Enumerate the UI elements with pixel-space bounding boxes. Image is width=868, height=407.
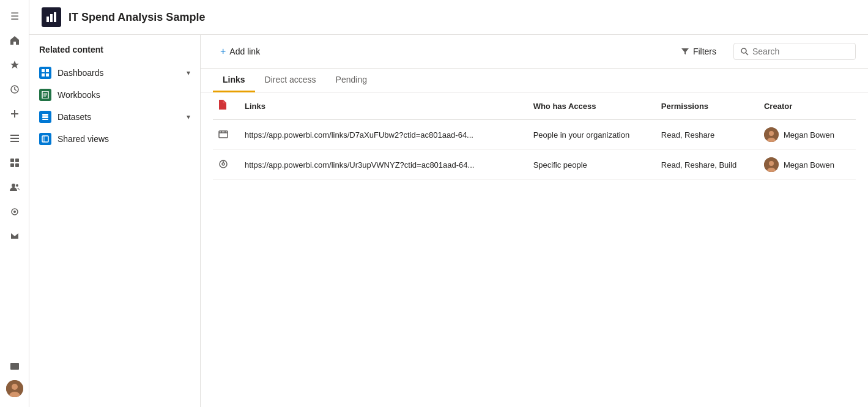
table-row: https://app.powerbi.com/links/Ur3upVWNYZ… bbox=[213, 150, 856, 180]
content-wrapper: Related content Dashboards ▾ Workbooks D… bbox=[29, 35, 868, 407]
table-wrapper: Links Who has Access Permissions Creator… bbox=[201, 92, 868, 407]
col-header-access: Who has Access bbox=[529, 92, 656, 120]
svg-rect-29 bbox=[42, 114, 48, 116]
search-box[interactable] bbox=[733, 43, 856, 60]
nav-menu-icon[interactable]: ☰ bbox=[4, 5, 26, 27]
links-table: Links Who has Access Permissions Creator… bbox=[213, 92, 856, 180]
dashboards-chevron: ▾ bbox=[187, 69, 190, 77]
nav-recent-icon[interactable] bbox=[4, 78, 26, 100]
svg-rect-7 bbox=[15, 159, 19, 162]
shared-views-icon bbox=[39, 133, 51, 145]
add-link-plus-icon: + bbox=[220, 46, 226, 57]
sidebar-item-workbooks[interactable]: Workbooks bbox=[29, 84, 200, 106]
right-panel: + Add link Filters Links Direct access P… bbox=[201, 35, 868, 407]
sidebar: Related content Dashboards ▾ Workbooks D… bbox=[29, 35, 201, 407]
svg-rect-19 bbox=[50, 14, 53, 22]
add-link-label: Add link bbox=[229, 47, 260, 56]
svg-point-12 bbox=[13, 211, 16, 213]
row-type-icon bbox=[213, 150, 240, 180]
svg-rect-6 bbox=[10, 159, 14, 162]
nav-apps-icon[interactable] bbox=[4, 152, 26, 174]
svg-rect-8 bbox=[10, 163, 14, 167]
nav-shared-icon[interactable] bbox=[4, 356, 26, 378]
svg-rect-20 bbox=[54, 12, 56, 22]
main-area: IT Spend Analysis Sample Related content… bbox=[29, 0, 868, 407]
creator-name: Megan Bowen bbox=[784, 130, 834, 140]
filter-icon bbox=[681, 47, 689, 56]
nav-favorites-icon[interactable] bbox=[4, 54, 26, 76]
svg-rect-24 bbox=[46, 73, 49, 77]
sidebar-item-dashboards[interactable]: Dashboards ▾ bbox=[29, 62, 200, 84]
workbooks-label: Workbooks bbox=[57, 90, 190, 100]
nav-create-icon[interactable] bbox=[4, 103, 26, 125]
add-link-button[interactable]: + Add link bbox=[213, 42, 267, 61]
svg-line-35 bbox=[746, 53, 749, 56]
svg-rect-36 bbox=[219, 131, 228, 138]
row-type-icon bbox=[213, 120, 240, 150]
svg-rect-14 bbox=[10, 363, 19, 370]
filters-button[interactable]: Filters bbox=[673, 43, 724, 60]
datasets-chevron: ▾ bbox=[187, 113, 190, 121]
app-icon bbox=[42, 7, 61, 27]
table-row: https://app.powerbi.com/links/D7aXuFUbw2… bbox=[213, 120, 856, 150]
tab-direct-access[interactable]: Direct access bbox=[255, 69, 326, 92]
col-header-links: Links bbox=[240, 92, 529, 120]
svg-point-41 bbox=[222, 163, 224, 165]
col-header-permissions: Permissions bbox=[656, 92, 759, 120]
col-header-icon bbox=[213, 92, 240, 120]
dashboards-label: Dashboards bbox=[57, 68, 180, 78]
tab-pending[interactable]: Pending bbox=[326, 69, 377, 92]
row-access: Specific people bbox=[529, 150, 656, 180]
creator-avatar bbox=[764, 157, 779, 172]
row-url[interactable]: https://app.powerbi.com/links/D7aXuFUbw2… bbox=[240, 120, 529, 150]
nav-people-icon[interactable] bbox=[4, 176, 26, 198]
sidebar-item-datasets[interactable]: Datasets ▾ bbox=[29, 106, 200, 128]
svg-rect-31 bbox=[42, 119, 48, 120]
row-access: People in your organization bbox=[529, 120, 656, 150]
page-title: IT Spend Analysis Sample bbox=[69, 11, 205, 24]
nav-learn-icon[interactable] bbox=[4, 225, 26, 247]
svg-rect-21 bbox=[42, 69, 45, 72]
nav-home-icon[interactable] bbox=[4, 29, 26, 51]
svg-point-34 bbox=[741, 48, 746, 53]
row-creator: Megan Bowen bbox=[759, 120, 856, 150]
svg-point-44 bbox=[769, 161, 774, 166]
workbook-icon bbox=[39, 89, 51, 101]
svg-point-16 bbox=[12, 384, 18, 390]
shared-views-label: Shared views bbox=[57, 134, 190, 144]
sidebar-item-shared-views[interactable]: Shared views bbox=[29, 128, 200, 150]
svg-rect-2 bbox=[11, 113, 18, 114]
nav-goals-icon[interactable] bbox=[4, 201, 26, 223]
toolbar: + Add link Filters bbox=[201, 35, 868, 69]
svg-rect-4 bbox=[10, 138, 19, 139]
row-creator: Megan Bowen bbox=[759, 150, 856, 180]
row-url[interactable]: https://app.powerbi.com/links/Ur3upVWNYZ… bbox=[240, 150, 529, 180]
svg-point-11 bbox=[16, 184, 18, 187]
svg-rect-5 bbox=[10, 141, 19, 142]
filters-label: Filters bbox=[693, 47, 716, 56]
svg-point-10 bbox=[12, 184, 15, 187]
svg-rect-32 bbox=[42, 136, 48, 142]
left-navigation: ☰ bbox=[0, 0, 29, 407]
nav-browse-icon[interactable] bbox=[4, 127, 26, 149]
tab-links[interactable]: Links bbox=[213, 69, 255, 92]
dashboard-icon bbox=[39, 67, 51, 79]
svg-point-38 bbox=[769, 131, 774, 136]
svg-rect-30 bbox=[42, 116, 48, 118]
header: IT Spend Analysis Sample bbox=[29, 0, 868, 35]
tabs: Links Direct access Pending bbox=[201, 69, 868, 92]
doc-icon bbox=[218, 101, 226, 111]
row-permissions: Read, Reshare bbox=[656, 120, 759, 150]
svg-rect-9 bbox=[15, 163, 19, 167]
svg-rect-22 bbox=[46, 69, 49, 72]
search-input[interactable] bbox=[752, 47, 838, 56]
creator-name: Megan Bowen bbox=[784, 160, 834, 170]
svg-rect-18 bbox=[46, 17, 49, 22]
svg-rect-23 bbox=[42, 73, 45, 77]
user-avatar[interactable] bbox=[6, 380, 23, 397]
svg-rect-3 bbox=[10, 135, 19, 136]
row-permissions: Read, Reshare, Build bbox=[656, 150, 759, 180]
search-icon bbox=[740, 47, 749, 56]
datasets-label: Datasets bbox=[57, 112, 180, 122]
creator-avatar bbox=[764, 127, 779, 142]
